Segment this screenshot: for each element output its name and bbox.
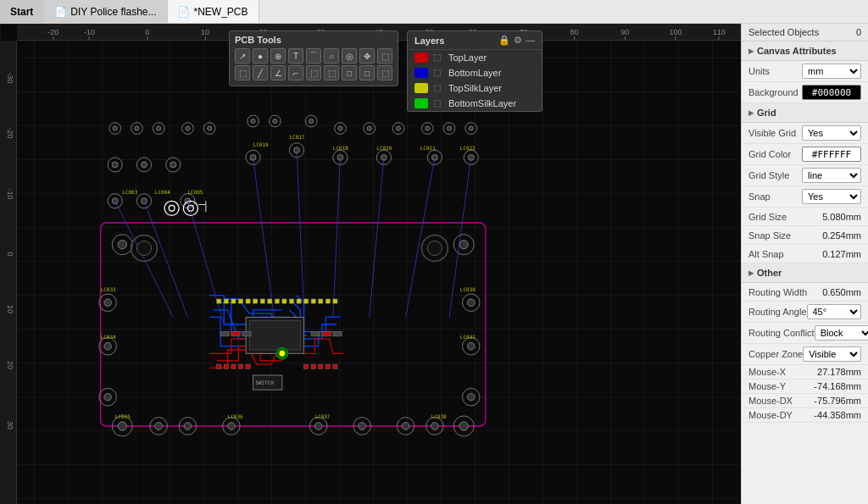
mouse-y-value: -74.168mm (814, 381, 861, 391)
svg-rect-121 (231, 299, 236, 303)
tab-start[interactable]: Start (0, 0, 44, 23)
tool-box2[interactable]: □ (359, 65, 375, 80)
tool-hand[interactable]: ✥ (359, 48, 375, 64)
layers-settings-icon[interactable]: ⚙ (514, 35, 522, 46)
units-select[interactable]: mm inch mil (802, 64, 861, 79)
canvas-attributes-header: ▶ Canvas Attributes (742, 42, 868, 61)
tool-pad[interactable]: ● (253, 48, 268, 64)
routing-angle-row: Routing Angle 45° 90° Free (742, 302, 868, 323)
tool-route[interactable]: ↗ (235, 48, 250, 64)
tool-ring[interactable]: ◎ (342, 48, 357, 64)
svg-point-68 (104, 393, 112, 401)
tool-box1[interactable]: □ (342, 65, 357, 80)
grid-color-value: #FFFFFF (812, 149, 851, 160)
tool-via[interactable]: ⊕ (270, 48, 286, 64)
svg-text:LC022: LC022 (460, 145, 476, 151)
svg-point-80 (184, 423, 192, 430)
svg-point-22 (396, 126, 400, 130)
grid-section-label: Grid (757, 108, 776, 118)
layer-topsilk[interactable]: ⬚ TopSilkLayer (408, 80, 542, 96)
tab-file2[interactable]: 📄 *NEW_PCB (168, 0, 259, 23)
svg-text:LC033: LC033 (101, 286, 116, 292)
tool-corner[interactable]: ⌐ (288, 65, 303, 80)
svg-point-86 (359, 423, 366, 430)
svg-line-118 (449, 158, 471, 318)
routing-conflict-select[interactable]: Block Allow Highlight (815, 325, 868, 341)
ruler-mark-v: -20 (6, 128, 14, 139)
ruler-left: -30 -20 -10 0 10 20 30 (0, 41, 17, 504)
mouse-x-row: Mouse-X 27.178mm (742, 365, 868, 379)
topsilk-icon: ⬚ (433, 83, 443, 93)
svg-rect-131 (304, 299, 309, 303)
tool-misc[interactable]: ⬚ (377, 65, 392, 80)
svg-text:LC021: LC021 (420, 145, 436, 151)
alt-snap-row: Alt Snap 0.127mm (742, 245, 868, 263)
svg-rect-122 (238, 299, 242, 303)
tool-row-1: ↗ ● ⊕ T ⌒ ○ ◎ ✥ ⬚ (235, 48, 392, 64)
mouse-x-value: 27.178mm (817, 367, 861, 377)
svg-point-28 (469, 126, 473, 130)
snap-size-row: Snap Size 0.254mm (742, 226, 868, 245)
grid-style-select[interactable]: line dot (802, 168, 861, 183)
layers-close-icon[interactable]: — (526, 35, 535, 46)
tool-angle[interactable]: ∠ (270, 65, 286, 80)
tool-poly2[interactable]: ⬚ (324, 65, 339, 80)
svg-point-88 (402, 423, 409, 430)
svg-point-90 (431, 423, 439, 430)
tool-poly1[interactable]: ⬚ (306, 65, 321, 80)
tool-text[interactable]: T (288, 48, 303, 64)
routing-width-row: Routing Width 0.650mm (742, 283, 868, 302)
svg-rect-132 (311, 299, 315, 303)
svg-text:LC004: LC004 (155, 189, 170, 195)
svg-rect-125 (260, 299, 264, 303)
ruler-mark-v: 0 (6, 252, 14, 256)
svg-point-16 (309, 119, 314, 123)
ruler-mark-v: 10 (6, 305, 14, 313)
svg-text:LC030: LC030 (460, 286, 476, 292)
tool-circle[interactable]: ○ (324, 48, 339, 64)
svg-point-20 (367, 126, 371, 130)
file1-icon: 📄 (54, 6, 66, 18)
svg-rect-153 (319, 364, 323, 368)
svg-point-159 (136, 241, 151, 255)
selected-objects-count: 0 (856, 27, 861, 37)
grid-color-box[interactable]: #FFFFFF (802, 147, 861, 162)
canvas-attributes-label: Canvas Attributes (757, 46, 837, 56)
svg-text:LC036: LC036 (228, 413, 243, 419)
svg-line-117 (406, 158, 435, 318)
pcb-tools-title: PCB Tools (235, 35, 392, 45)
svg-rect-155 (333, 364, 337, 368)
svg-line-116 (370, 158, 384, 318)
toplayer-icon: ⬚ (433, 53, 443, 63)
svg-point-2 (113, 126, 117, 130)
svg-point-54 (169, 205, 175, 211)
svg-text:SWITCH: SWITCH (255, 379, 274, 385)
snap-select[interactable]: Yes No (802, 189, 861, 204)
main-area: -20 -10 0 10 20 30 40 50 60 70 80 90 100… (0, 24, 868, 504)
routing-width-value: 0.650mm (822, 287, 861, 297)
svg-rect-137 (249, 321, 300, 350)
tab-file1[interactable]: 📄 DIY Police flashe... (44, 0, 167, 23)
layer-bottomsilk[interactable]: ⬚ BottomSilkLayer (408, 96, 542, 111)
svg-rect-147 (224, 364, 228, 368)
background-color-box[interactable]: #000000 (802, 85, 861, 100)
svg-rect-152 (311, 364, 315, 368)
ruler-mark-v: 30 (6, 421, 14, 429)
tool-line[interactable]: ╱ (253, 65, 268, 80)
layer-bottomlayer[interactable]: ⬚ BottomLayer (408, 65, 542, 80)
copper-zone-select[interactable]: Visible Hidden (803, 346, 861, 362)
bottomsilk-color (415, 98, 428, 108)
visible-grid-select[interactable]: Yes No (802, 125, 861, 141)
routing-angle-select[interactable]: 45° 90° Free (807, 304, 862, 319)
alt-snap-label: Alt Snap (748, 249, 784, 259)
tool-arc[interactable]: ⌒ (306, 48, 321, 64)
layer-toplayer[interactable]: ⬚ TopLayer (408, 50, 542, 65)
tool-rect[interactable]: ⬚ (235, 65, 250, 80)
canvas-area[interactable]: -20 -10 0 10 20 30 40 50 60 70 80 90 100… (0, 24, 741, 504)
ruler-mark: -10 (84, 28, 95, 36)
ruler-mark: 110 (713, 28, 726, 36)
svg-rect-154 (326, 364, 330, 368)
layers-lock-icon[interactable]: 🔒 (498, 35, 510, 46)
tool-img[interactable]: ⬚ (377, 48, 392, 64)
background-row: Background #000000 (742, 82, 868, 103)
